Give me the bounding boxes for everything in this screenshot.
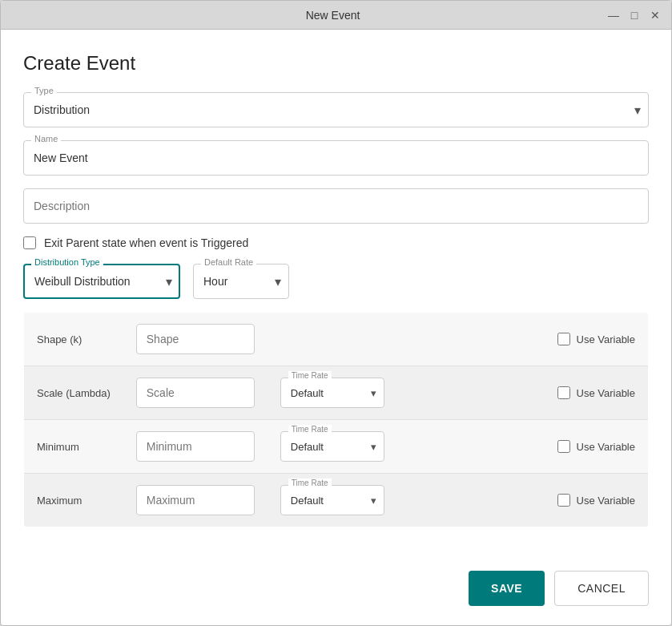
- param-input-cell-scale: [123, 366, 268, 420]
- distribution-type-group: Distribution Type Weibull Distribution N…: [23, 264, 180, 299]
- param-input-cell-maximum: [123, 474, 268, 527]
- time-rate-select-wrapper-maximum: Default Hour Minute ▾: [280, 485, 384, 515]
- use-variable-checkbox-scale[interactable]: [557, 386, 570, 399]
- exit-parent-label: Exit Parent state when event is Triggere…: [44, 236, 248, 249]
- table-row: Shape (k) Use Variable: [24, 313, 649, 366]
- time-rate-label-scale: Time Rate: [288, 371, 332, 380]
- window-title: New Event: [58, 9, 607, 22]
- time-rate-select-maximum[interactable]: Default Hour Minute: [280, 485, 384, 515]
- page-title: Create Event: [23, 52, 649, 75]
- save-button[interactable]: SAVE: [469, 571, 545, 606]
- close-button[interactable]: ✕: [649, 9, 662, 22]
- name-input[interactable]: [23, 140, 649, 176]
- use-variable-checkbox-maximum[interactable]: [557, 494, 570, 507]
- time-rate-select-minimum[interactable]: Default Hour Minute: [280, 431, 384, 462]
- time-rate-select-scale[interactable]: Default Hour Minute: [280, 378, 384, 408]
- default-rate-select[interactable]: Hour Minute Day Week: [193, 264, 289, 299]
- maximum-input[interactable]: [136, 485, 255, 515]
- table-row: Minimum Time Rate Default Hour Minute: [24, 420, 649, 474]
- param-name-shape: Shape (k): [24, 313, 123, 366]
- time-rate-label-maximum: Time Rate: [288, 479, 332, 487]
- type-select-wrapper: Distribution Instant Conditional ▾: [23, 92, 649, 127]
- use-variable-shape: Use Variable: [410, 333, 635, 345]
- use-variable-scale: Use Variable: [410, 386, 635, 399]
- time-rate-group-minimum: Time Rate Default Hour Minute ▾: [280, 431, 384, 462]
- minimize-button[interactable]: —: [607, 9, 620, 22]
- use-variable-checkbox-shape[interactable]: [557, 333, 570, 345]
- default-rate-group: Default Rate Hour Minute Day Week ▾: [193, 264, 289, 299]
- use-variable-label-minimum: Use Variable: [577, 441, 635, 453]
- exit-parent-row: Exit Parent state when event is Triggere…: [23, 236, 649, 249]
- param-input-cell-shape: [123, 313, 268, 366]
- window-controls: — □ ✕: [607, 9, 662, 22]
- param-name-minimum: Minimum: [24, 420, 123, 474]
- name-field-group: Name: [23, 140, 649, 176]
- type-field-group: Type Distribution Instant Conditional ▾: [23, 92, 649, 127]
- table-row: Scale (Lambda) Time Rate Default Hour Mi…: [24, 366, 649, 420]
- param-spacer-shape: [268, 313, 397, 366]
- time-rate-select-wrapper-scale: Default Hour Minute ▾: [280, 378, 384, 408]
- param-name-scale: Scale (Lambda): [24, 366, 123, 420]
- table-row: Maximum Time Rate Default Hour Minute: [24, 474, 649, 527]
- main-window: New Event — □ ✕ Create Event Type Distri…: [0, 0, 672, 626]
- name-label: Name: [31, 134, 61, 143]
- use-variable-label-shape: Use Variable: [577, 333, 635, 345]
- param-input-cell-minimum: [123, 420, 268, 474]
- param-timerate-cell-scale: Time Rate Default Hour Minute ▾: [268, 366, 397, 420]
- distribution-type-select[interactable]: Weibull Distribution Normal Distribution…: [23, 264, 180, 299]
- params-table: Shape (k) Use Variable Scale (Lambda): [23, 312, 649, 527]
- titlebar: New Event — □ ✕: [1, 1, 671, 30]
- scale-input[interactable]: [136, 378, 255, 408]
- use-variable-label-scale: Use Variable: [577, 387, 635, 399]
- exit-parent-checkbox[interactable]: [23, 236, 36, 249]
- time-rate-select-wrapper-minimum: Default Hour Minute ▾: [280, 431, 384, 462]
- description-input[interactable]: [23, 188, 649, 224]
- default-rate-label: Default Rate: [201, 257, 256, 267]
- cancel-button[interactable]: CANCEL: [554, 571, 649, 606]
- distribution-type-label: Distribution Type: [31, 257, 103, 267]
- footer: SAVE CANCEL: [1, 558, 671, 625]
- form-content: Create Event Type Distribution Instant C…: [1, 30, 671, 558]
- time-rate-group-maximum: Time Rate Default Hour Minute ▾: [280, 485, 384, 515]
- distribution-row: Distribution Type Weibull Distribution N…: [23, 264, 649, 299]
- time-rate-label-minimum: Time Rate: [288, 425, 332, 434]
- type-label: Type: [31, 86, 57, 95]
- shape-input[interactable]: [136, 324, 255, 354]
- param-timerate-cell-maximum: Time Rate Default Hour Minute ▾: [268, 474, 397, 527]
- minimum-input[interactable]: [136, 431, 255, 462]
- default-rate-select-wrapper: Hour Minute Day Week ▾: [193, 264, 289, 299]
- distribution-type-select-wrapper: Weibull Distribution Normal Distribution…: [23, 264, 180, 299]
- use-variable-minimum: Use Variable: [410, 440, 635, 453]
- param-name-maximum: Maximum: [24, 474, 123, 527]
- use-variable-label-maximum: Use Variable: [577, 495, 635, 507]
- use-variable-maximum: Use Variable: [410, 494, 635, 507]
- type-select[interactable]: Distribution Instant Conditional: [23, 92, 649, 127]
- param-timerate-cell-minimum: Time Rate Default Hour Minute ▾: [268, 420, 397, 474]
- maximize-button[interactable]: □: [628, 9, 641, 22]
- time-rate-group-scale: Time Rate Default Hour Minute ▾: [280, 378, 384, 408]
- use-variable-checkbox-minimum[interactable]: [557, 440, 570, 453]
